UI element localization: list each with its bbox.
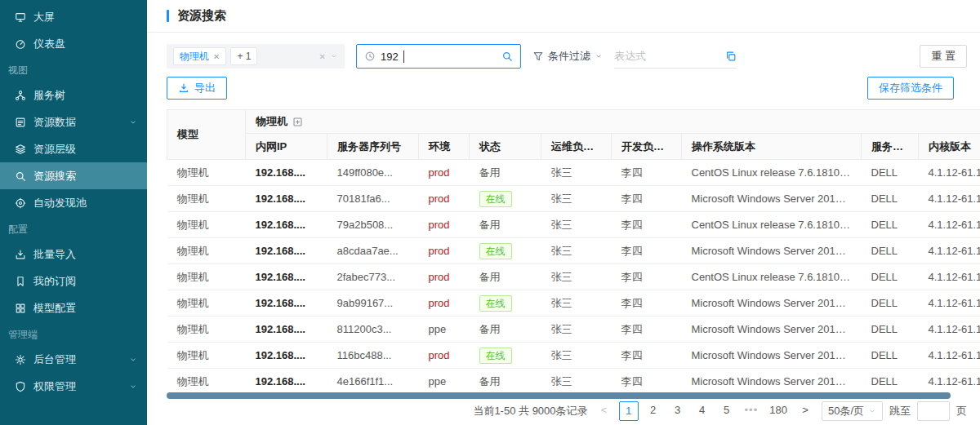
sidebar-item[interactable]: 资源数据 [0,108,147,135]
export-label: 导出 [194,81,216,95]
table-row[interactable]: 物理机192.168....2fabec773...prod备用张三李四Cent… [167,264,980,290]
sidebar-item[interactable]: 模型配置 [0,294,147,321]
title-accent-bar [167,10,169,22]
cell-ops: 张三 [541,369,612,392]
sidebar-item[interactable]: 资源搜索 [0,162,147,189]
cell-os: Microsoft Windows Server 2019 Stan... [682,317,862,343]
search-input[interactable]: 192 [356,44,521,69]
export-button[interactable]: 导出 [167,77,227,100]
clear-icon[interactable]: ✕ [319,52,326,61]
close-icon[interactable]: ✕ [213,52,220,61]
sidebar-item[interactable]: 仪表盘 [0,30,147,57]
column-header: 开发负责人 [612,134,682,160]
page-number-2[interactable]: 2 [644,401,663,421]
cell-model: 物理机 [167,238,246,264]
page-number-3[interactable]: 3 [668,401,688,421]
model-filter-select[interactable]: 物理机 ✕ + 1 ✕ [167,44,345,69]
cell-vendor: DELL [862,317,919,343]
page-number-1[interactable]: 1 [619,401,639,421]
sidebar-item[interactable]: 权限管理 [0,373,147,400]
sidebar-item[interactable]: 自动发现池 [0,189,147,216]
search-icon[interactable] [501,51,513,62]
page-header: 资源搜索 [147,0,980,33]
download-icon [178,82,189,94]
sidebar-section-label: 视图 [0,57,147,82]
filter-tag-label: 物理机 [180,50,209,64]
sidebar-item[interactable]: 我的订阅 [0,268,147,294]
sidebar-item-label: 自动发现池 [33,196,87,210]
jump-page-input[interactable] [917,401,950,421]
cell-serial: 9ab99167... [327,290,419,317]
page-size-value: 50条/页 [828,404,864,418]
cell-serial: 70181fa6... [327,186,419,212]
condition-filter-label: 条件过滤 [548,49,590,64]
page-size-select[interactable]: 50条/页 [822,401,883,421]
content: 物理机 ✕ + 1 ✕ 192 条件 [147,33,980,425]
cell-os: CentOS Linux release 7.6.1810 (Core) [682,212,862,238]
database-icon [15,117,26,128]
sidebar-item[interactable]: 大屏 [0,3,147,30]
table-row[interactable]: 物理机192.168....116bc488...prod在线张三李四Micro… [167,343,980,369]
expression-input[interactable]: 表达式 [614,44,737,69]
cell-dev: 李四 [612,238,682,264]
sidebar-item[interactable]: 后台管理 [0,346,147,373]
chevron-down-icon [595,52,603,60]
copy-icon[interactable] [725,51,737,62]
table-row[interactable]: 物理机192.168....70181fa6...prod在线张三李四Micro… [167,186,980,212]
sidebar-item[interactable]: 服务树 [0,82,147,108]
status-badge: 在线 [479,348,512,364]
filter-tag-more[interactable]: + 1 [230,47,257,65]
filter-tag[interactable]: 物理机 ✕ [173,47,226,65]
table-group-header: 物理机 [246,110,980,134]
cell-ip: 192.168.... [246,369,327,392]
sidebar-item-label: 权限管理 [33,379,76,394]
condition-filter-dropdown[interactable]: 条件过滤 [532,49,603,64]
search-value: 192 [381,51,399,63]
cell-env: prod [419,160,470,186]
cell-kernel: 4.1.12-61.1.33. [919,264,980,290]
page-number-5[interactable]: 5 [717,401,737,421]
column-header: 服务器序列号 [327,134,419,160]
cell-vendor: DELL [862,160,919,186]
column-header: 服务器厂家 [862,134,919,160]
cell-env: prod [419,238,470,264]
table-row[interactable]: 物理机192.168....4e166f1f1...ppe备用张三李四Micro… [167,369,980,392]
table-row[interactable]: 物理机192.168....a8cdaa7ae...prod在线张三李四Micr… [167,238,980,264]
cell-env: ppe [419,369,470,392]
cell-vendor: DELL [862,343,919,369]
page-number-4[interactable]: 4 [693,401,712,421]
save-filter-button[interactable]: 保存筛选条件 [867,77,954,100]
chevron-down-icon[interactable] [330,52,338,60]
cell-serial: 149ff080e... [327,160,419,186]
cell-dev: 李四 [612,264,682,290]
select-suffix: ✕ [319,52,338,61]
tree-icon [15,90,26,101]
cell-dev: 李四 [612,160,682,186]
sidebar-item-label: 资源数据 [33,115,76,130]
reset-button[interactable]: 重 置 [920,45,967,68]
table-expand-icon[interactable] [292,117,303,127]
table-row[interactable]: 物理机192.168....9ab99167...prod在线张三李四Micro… [167,290,980,317]
cell-ip: 192.168.... [246,238,327,264]
table-row[interactable]: 物理机192.168....79a2b508...prod备用张三李四CentO… [167,212,980,238]
scrollbar-thumb[interactable] [167,392,951,399]
table-row[interactable]: 物理机192.168....811200c3...ppe备用张三李四Micros… [167,317,980,343]
sidebar-item[interactable]: 批量导入 [0,241,147,268]
prev-page-button[interactable]: < [595,401,614,421]
page-number-180[interactable]: 180 [766,401,791,421]
table-row[interactable]: 物理机192.168....149ff080e...prod备用张三李四Cent… [167,160,980,186]
sidebar-item[interactable]: 资源层级 [0,135,147,162]
sidebar-section-label: 管理端 [0,321,147,346]
cell-env: prod [419,186,470,212]
chevron-down-icon [129,383,137,391]
next-page-button[interactable]: > [795,401,815,421]
cell-status: 备用 [470,317,541,343]
page-title: 资源搜索 [177,8,226,24]
cell-kernel: 4.1.12-61.1.33. [919,317,980,343]
sidebar: 大屏仪表盘视图服务树资源数据资源层级资源搜索自动发现池配置批量导入我的订阅模型配… [0,0,147,425]
status-badge: 在线 [479,243,512,259]
cell-ops: 张三 [541,264,612,290]
cell-vendor: DELL [862,369,919,392]
cell-vendor: DELL [862,238,919,264]
cell-env: prod [419,212,470,238]
